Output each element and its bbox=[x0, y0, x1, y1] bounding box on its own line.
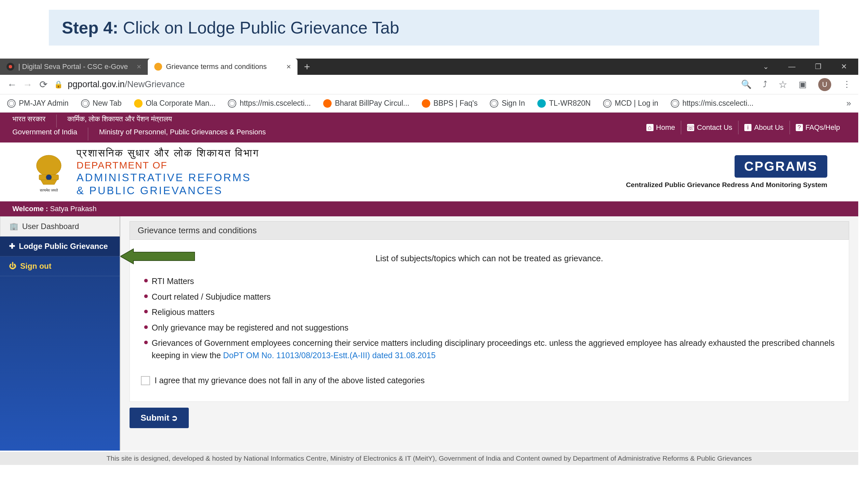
dept-hindi: प्रशासनिक सुधार और लोक शिकायत विभाग bbox=[76, 147, 259, 159]
browser-tab-inactive[interactable]: | Digital Seva Portal - CSC e-Gove × bbox=[0, 59, 148, 75]
url-bar[interactable]: 🔒 pgportal.gov.in/NewGrievance bbox=[54, 79, 735, 90]
bookmark-item[interactable]: BBPS | Faq's bbox=[422, 99, 478, 108]
link-label: Contact Us bbox=[697, 123, 732, 132]
globe-icon bbox=[7, 99, 16, 108]
url-path: /NewGrievance bbox=[125, 79, 185, 89]
sidebar-item-dashboard[interactable]: 🏢 User Dashboard bbox=[0, 216, 120, 236]
divider bbox=[88, 128, 88, 140]
app-icon bbox=[537, 99, 546, 108]
forward-button[interactable]: → bbox=[23, 79, 33, 90]
gov-identity: भारत सरकार कार्मिक, लोक शिकायत और पेंशन … bbox=[12, 115, 266, 140]
home-link[interactable]: ⌂Home bbox=[641, 121, 681, 134]
agree-checkbox[interactable] bbox=[141, 376, 150, 385]
submit-button[interactable]: Submit ➲ bbox=[129, 408, 189, 428]
bookmark-item[interactable]: Bharat BillPay Circul... bbox=[323, 99, 409, 108]
footer-note: This site is designed, developed & hoste… bbox=[0, 452, 858, 465]
new-tab-button[interactable]: + bbox=[298, 61, 317, 73]
plus-square-icon: ✚ bbox=[9, 242, 15, 251]
sidebar: 🏢 User Dashboard ✚ Lodge Public Grievanc… bbox=[0, 216, 120, 451]
cpgrams-subtitle: Centralized Public Grievance Redress And… bbox=[626, 181, 827, 189]
dept-line1: DEPARTMENT OF bbox=[76, 160, 259, 171]
search-icon[interactable]: 🔍 bbox=[741, 79, 751, 90]
panel-title: Grievance terms and conditions bbox=[129, 221, 849, 240]
list-item: RTI Matters bbox=[144, 275, 838, 288]
chevron-down-icon[interactable]: ⌄ bbox=[763, 62, 769, 71]
bookmark-item[interactable]: https://mis.cscelecti... bbox=[228, 99, 311, 108]
link-label: FAQs/Help bbox=[806, 123, 840, 132]
back-button[interactable]: ← bbox=[7, 79, 17, 90]
close-icon[interactable]: × bbox=[286, 62, 291, 71]
bookmark-label: PM-JAY Admin bbox=[19, 99, 69, 108]
list-item: Grievances of Government employees conce… bbox=[144, 337, 838, 361]
menu-icon[interactable]: ⋮ bbox=[843, 79, 851, 90]
browser-tab-active[interactable]: Grievance terms and conditions × bbox=[148, 59, 298, 75]
faqs-link[interactable]: ?FAQs/Help bbox=[789, 121, 846, 134]
welcome-name: Satya Prakash bbox=[50, 205, 97, 213]
app-icon bbox=[422, 99, 430, 108]
bookmark-item[interactable]: https://mis.cscelecti... bbox=[671, 99, 754, 108]
address-bar: ← → ⟳ 🔒 pgportal.gov.in/NewGrievance 🔍 ⤴… bbox=[0, 75, 858, 94]
contact-link[interactable]: ☏Contact Us bbox=[681, 121, 738, 134]
bookmark-label: BBPS | Faq's bbox=[434, 99, 478, 108]
reload-button[interactable]: ⟳ bbox=[38, 79, 48, 90]
browser-window: | Digital Seva Portal - CSC e-Gove × Gri… bbox=[0, 59, 858, 465]
globe-icon bbox=[81, 99, 90, 108]
sidebar-item-lodge-grievance[interactable]: ✚ Lodge Public Grievance bbox=[0, 236, 120, 256]
bookmark-item[interactable]: Sign In bbox=[490, 99, 525, 108]
gov-link-group: ⌂Home ☏Contact Us iAbout Us ?FAQs/Help bbox=[641, 121, 846, 134]
svg-point-0 bbox=[36, 155, 61, 176]
exclusion-list: RTI Matters Court related / Subjudice ma… bbox=[144, 275, 838, 361]
bookmark-label: Bharat BillPay Circul... bbox=[335, 99, 409, 108]
share-icon[interactable]: ⤴ bbox=[763, 79, 767, 90]
list-item-text: Court related / Subjudice matters bbox=[152, 291, 838, 303]
dashboard-icon: 🏢 bbox=[9, 222, 18, 231]
sidebar-item-label: User Dashboard bbox=[22, 222, 79, 231]
step-text: Click on Lodge Public Grievance Tab bbox=[118, 18, 399, 37]
cpgrams-block: CPGRAMS Centralized Public Grievance Red… bbox=[626, 155, 827, 189]
gov-top-bar: भारत सरकार कार्मिक, लोक शिकायत और पेंशन … bbox=[0, 112, 858, 142]
about-link[interactable]: iAbout Us bbox=[738, 121, 789, 134]
national-emblem-icon: सत्यमेव जयते bbox=[31, 149, 67, 195]
favicon-icon bbox=[154, 63, 162, 71]
close-icon[interactable]: × bbox=[137, 62, 141, 71]
bookmark-item[interactable]: PM-JAY Admin bbox=[7, 99, 69, 108]
profile-avatar[interactable]: U bbox=[818, 78, 831, 91]
gov-eng-1: Government of India bbox=[12, 128, 77, 140]
list-item-text: Grievances of Government employees conce… bbox=[152, 337, 838, 361]
bookmark-label: New Tab bbox=[93, 99, 122, 108]
globe-icon bbox=[490, 99, 498, 108]
dopt-link[interactable]: DoPT OM No. 11013/08/2013-Estt.(A-III) d… bbox=[223, 351, 436, 360]
step-prefix: Step 4: bbox=[62, 18, 118, 37]
panel-subheading: List of subjects/topics which can not be… bbox=[141, 254, 838, 263]
app-icon bbox=[323, 99, 332, 108]
dept-line3: & PUBLIC GRIEVANCES bbox=[76, 185, 259, 197]
sidebar-item-signout[interactable]: ⏻ Sign out bbox=[0, 256, 120, 276]
extensions-icon[interactable]: ▣ bbox=[799, 79, 807, 90]
bookmarks-overflow[interactable]: » bbox=[846, 98, 851, 108]
bookmarks-bar: PM-JAY Admin New Tab Ola Corporate Man..… bbox=[0, 94, 858, 112]
phone-icon: ☏ bbox=[687, 124, 694, 131]
svg-text:सत्यमेव जयते: सत्यमेव जयते bbox=[39, 188, 58, 193]
callout-arrow-icon bbox=[120, 248, 195, 264]
home-icon: ⌂ bbox=[646, 124, 653, 131]
main-area: 🏢 User Dashboard ✚ Lodge Public Grievanc… bbox=[0, 216, 858, 451]
star-icon[interactable]: ☆ bbox=[778, 79, 787, 90]
bookmark-item[interactable]: TL-WR820N bbox=[537, 99, 591, 108]
list-item-text: Religious matters bbox=[152, 306, 838, 319]
maximize-icon[interactable]: ❐ bbox=[815, 62, 822, 71]
window-controls: ⌄ ― ❐ ✕ bbox=[763, 62, 858, 71]
list-item-text: Only grievance may be registered and not… bbox=[152, 322, 838, 334]
bookmark-label: https://mis.cscelecti... bbox=[240, 99, 311, 108]
welcome-label: Welcome : bbox=[12, 205, 50, 213]
app-icon bbox=[134, 99, 143, 108]
bookmark-item[interactable]: New Tab bbox=[81, 99, 122, 108]
department-header: सत्यमेव जयते प्रशासनिक सुधार और लोक शिका… bbox=[0, 142, 858, 201]
svg-marker-4 bbox=[120, 249, 195, 264]
list-item: Religious matters bbox=[144, 306, 838, 319]
bookmark-item[interactable]: MCD | Log in bbox=[603, 99, 658, 108]
url-domain: pgportal.gov.in bbox=[68, 79, 125, 89]
bookmark-item[interactable]: Ola Corporate Man... bbox=[134, 99, 216, 108]
minimize-icon[interactable]: ― bbox=[788, 62, 796, 71]
window-close-icon[interactable]: ✕ bbox=[841, 62, 847, 71]
power-icon: ⏻ bbox=[9, 262, 16, 270]
